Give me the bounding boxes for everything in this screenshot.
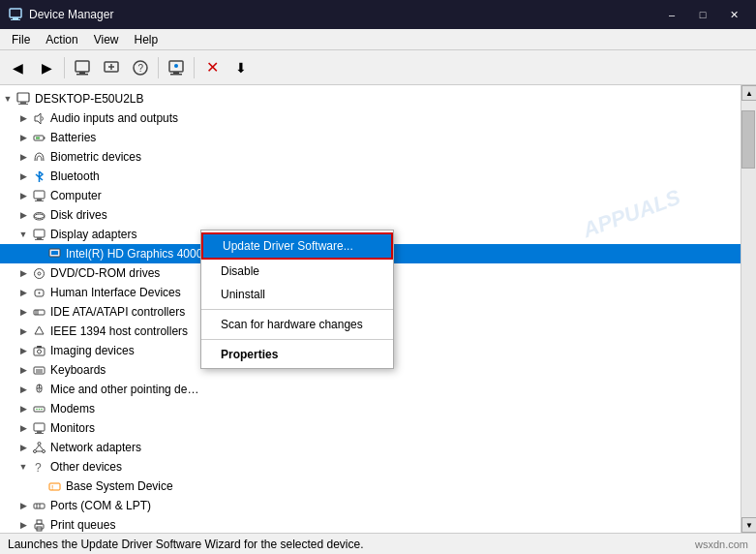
- tree-item-batteries[interactable]: ▶Batteries: [0, 128, 741, 147]
- svg-rect-27: [35, 239, 44, 240]
- tree-item-ports[interactable]: ▶Ports (COM & LPT): [0, 496, 741, 515]
- tree-expand-icon[interactable]: ▶: [15, 169, 31, 184]
- tree-item-modems[interactable]: ▶Modems: [0, 399, 741, 418]
- tree-item-print[interactable]: ▶Print queues: [0, 515, 741, 533]
- context-menu-item-update[interactable]: Update Driver Software...: [201, 232, 393, 260]
- tree-expand-icon[interactable]: ▶: [15, 110, 31, 126]
- tree-item-label-dvd: DVD/CD-ROM drives: [50, 266, 160, 280]
- tree-expand-icon[interactable]: [31, 478, 46, 494]
- tree-expand-icon[interactable]: [31, 246, 46, 262]
- tree-item-label-other: Other devices: [50, 460, 122, 474]
- menu-bar: File Action View Help: [0, 29, 756, 50]
- tree-expand-icon[interactable]: ▶: [15, 382, 31, 397]
- tree-item-label-keyboards: Keyboards: [50, 363, 106, 377]
- tree-expand-icon[interactable]: ▶: [15, 207, 31, 223]
- svg-point-31: [38, 272, 41, 275]
- menu-file[interactable]: File: [4, 31, 38, 48]
- svg-rect-25: [34, 230, 45, 237]
- tree-expand-icon[interactable]: ▼: [15, 227, 31, 242]
- tree-item-network[interactable]: ▶Network adapters: [0, 438, 741, 457]
- tree-expand-icon[interactable]: ▶: [15, 440, 31, 455]
- svg-rect-39: [37, 346, 42, 348]
- menu-action[interactable]: Action: [38, 31, 85, 48]
- tree-expand-icon[interactable]: ▶: [15, 343, 31, 358]
- svg-rect-21: [37, 199, 42, 200]
- tree-item-label-network: Network adapters: [50, 441, 141, 454]
- update-driver-button[interactable]: [98, 54, 125, 81]
- tree-item-icon-basesystem: !: [46, 478, 62, 494]
- tree-item-biometric[interactable]: ▶Biometric devices: [0, 147, 741, 167]
- tree-item-audio[interactable]: ▶Audio inputs and outputs: [0, 108, 741, 128]
- scroll-track[interactable]: [741, 101, 756, 517]
- tree-item-icon-modems: [31, 401, 46, 416]
- tree-item-diskdrives[interactable]: ▶Disk drives: [0, 205, 741, 225]
- minimize-button[interactable]: –: [657, 1, 686, 28]
- menu-view[interactable]: View: [86, 31, 127, 48]
- toolbar: ◀ ▶ ? ✕ ⬇: [0, 50, 756, 85]
- uninstall-button[interactable]: ✕: [198, 54, 226, 81]
- svg-rect-53: [35, 433, 44, 434]
- tree-item-icon-ieee: [31, 323, 46, 339]
- tree-item-label-biometric: Biometric devices: [50, 150, 141, 164]
- monitor-button[interactable]: [163, 54, 190, 81]
- svg-point-38: [37, 350, 41, 354]
- window-title: Device Manager: [29, 8, 657, 21]
- tree-item-icon-print: [31, 517, 46, 533]
- back-button[interactable]: ◀: [4, 54, 31, 81]
- tree-item-label-monitors: Monitors: [50, 421, 95, 435]
- tree-item-label-ide: IDE ATA/ATAPI controllers: [50, 305, 185, 319]
- context-menu-item-scan[interactable]: Scan for hardware changes: [201, 313, 393, 336]
- tree-item-label-imaging: Imaging devices: [50, 344, 135, 357]
- scroll-up-button[interactable]: ▲: [741, 85, 756, 101]
- tree-expand-icon[interactable]: ▶: [15, 323, 31, 339]
- svg-rect-14: [20, 102, 26, 104]
- scroll-thumb[interactable]: [741, 110, 755, 169]
- tree-item-label-intelhd: Intel(R) HD Graphics 4000: [66, 247, 202, 261]
- tree-expand-icon[interactable]: ▶: [15, 265, 31, 281]
- tree-item-basesystem[interactable]: !Base System Device: [0, 477, 741, 496]
- tree-expand-icon[interactable]: ▶: [15, 304, 31, 320]
- close-button[interactable]: ✕: [719, 1, 748, 28]
- svg-rect-5: [76, 74, 88, 76]
- tree-item-label-basesystem: Base System Device: [66, 479, 173, 493]
- tree-item-computer[interactable]: ▶Computer: [0, 186, 741, 205]
- svg-rect-18: [44, 137, 45, 138]
- menu-help[interactable]: Help: [127, 31, 166, 48]
- tree-expand-icon[interactable]: ▶: [15, 498, 31, 513]
- tree-expand-icon[interactable]: ▶: [15, 420, 31, 436]
- tree-item-icon-diskdrives: [31, 207, 46, 223]
- tree-root[interactable]: ▼ DESKTOP-E50U2LB: [0, 89, 741, 108]
- root-expand-icon[interactable]: ▼: [0, 91, 15, 107]
- tree-item-monitors[interactable]: ▶Monitors: [0, 418, 741, 438]
- svg-point-46: [38, 389, 40, 391]
- help-button[interactable]: ?: [127, 54, 154, 81]
- svg-rect-52: [37, 431, 42, 433]
- tree-expand-icon[interactable]: ▶: [15, 517, 31, 533]
- tree-expand-icon[interactable]: ▶: [15, 362, 31, 378]
- context-menu-item-properties[interactable]: Properties: [201, 343, 393, 366]
- tree-item-label-ieee: IEEE 1394 host controllers: [50, 324, 188, 338]
- tree-expand-icon[interactable]: ▶: [15, 149, 31, 165]
- tree-item-label-diskdrives: Disk drives: [50, 208, 107, 222]
- scan-button[interactable]: ⬇: [227, 54, 255, 81]
- svg-point-30: [34, 268, 44, 278]
- tree-item-label-print: Print queues: [50, 518, 115, 532]
- scroll-down-button[interactable]: ▼: [741, 517, 756, 533]
- vertical-scrollbar[interactable]: ▲ ▼: [741, 85, 756, 533]
- properties-button[interactable]: [69, 54, 96, 81]
- root-computer-icon: [15, 91, 31, 107]
- maximize-button[interactable]: □: [688, 1, 717, 28]
- tree-item-mice[interactable]: ▶Mice and other pointing de…: [0, 380, 741, 399]
- context-menu-item-disable[interactable]: Disable: [201, 260, 393, 283]
- tree-item-icon-audio: [31, 110, 46, 126]
- tree-expand-icon[interactable]: ▶: [15, 130, 31, 145]
- tree-item-other[interactable]: ▼?Other devices: [0, 457, 741, 477]
- forward-button[interactable]: ▶: [33, 54, 60, 81]
- tree-expand-icon[interactable]: ▶: [15, 285, 31, 300]
- context-menu-separator: [201, 339, 393, 340]
- context-menu-item-uninstall[interactable]: Uninstall: [201, 283, 393, 306]
- tree-expand-icon[interactable]: ▼: [15, 459, 31, 475]
- tree-item-bluetooth[interactable]: ▶Bluetooth: [0, 167, 741, 186]
- tree-expand-icon[interactable]: ▶: [15, 401, 31, 416]
- tree-expand-icon[interactable]: ▶: [15, 188, 31, 203]
